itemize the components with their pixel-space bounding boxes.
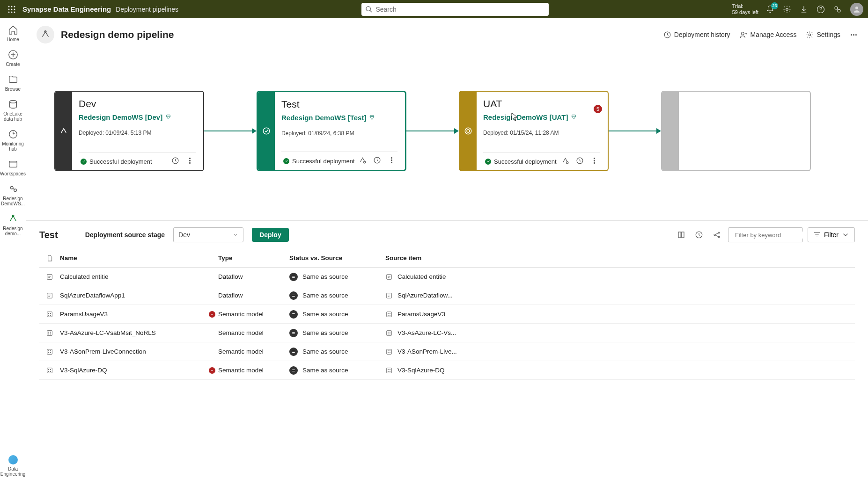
detail-panel-header: Test Deployment source stage Dev Deploy … <box>26 221 868 249</box>
svg-point-1 <box>11 6 13 7</box>
stage-card-dev[interactable]: Dev Redesign DemoWS [Dev] Deployed: 01/0… <box>54 91 204 171</box>
svg-point-65 <box>388 313 388 313</box>
table-row[interactable]: SqlAzureDataflowApp1Dataflow=Same as sou… <box>39 286 855 305</box>
account-avatar[interactable] <box>850 3 863 16</box>
svg-point-20 <box>10 187 13 189</box>
col-type[interactable]: Type <box>218 254 289 261</box>
stage-card-uat[interactable]: UAT 5 Redesign DemoWS [UAT] Deployed: 01… <box>459 91 609 171</box>
nav-home[interactable]: Home <box>1 22 25 47</box>
table-row[interactable]: V3-AsAzure-LC-VsabMsit_NoRLSSemantic mod… <box>39 324 855 342</box>
svg-point-75 <box>388 332 388 332</box>
svg-point-37 <box>391 157 392 158</box>
nav-create[interactable]: Create <box>1 47 25 72</box>
top-icon-group: 23 <box>766 3 863 16</box>
nav-data-engineering[interactable]: Data Engineering <box>1 452 25 481</box>
equal-icon: = <box>289 310 298 319</box>
stage-history-icon[interactable] <box>171 157 179 166</box>
svg-point-33 <box>189 162 190 163</box>
svg-point-17 <box>9 101 16 103</box>
svg-point-61 <box>50 313 51 313</box>
svg-point-13 <box>835 7 838 9</box>
filter-button[interactable]: Filter <box>808 227 855 242</box>
svg-rect-94 <box>387 368 392 373</box>
deploy-button[interactable]: Deploy <box>252 228 289 242</box>
nav-onelake[interactable]: OneLake data hub <box>1 96 25 126</box>
nav-ws-redesign-demows[interactable]: Redesign DemoWS... <box>1 181 25 211</box>
item-status: =Same as source <box>289 273 385 281</box>
stage-more-icon[interactable] <box>186 157 194 166</box>
stage-card-next[interactable] <box>661 91 811 171</box>
svg-rect-84 <box>387 349 392 354</box>
feedback-icon[interactable] <box>833 5 842 14</box>
svg-point-90 <box>48 369 49 370</box>
svg-point-25 <box>741 32 744 35</box>
stage-more-icon[interactable] <box>388 156 396 166</box>
table-row[interactable]: V3-SqlAzure-DQSemantic model=Same as sou… <box>39 361 855 380</box>
search-input[interactable] <box>375 6 545 13</box>
stage-arrow <box>609 131 661 131</box>
more-icon[interactable] <box>850 31 858 39</box>
equal-icon: = <box>289 291 298 300</box>
stage-rules-icon[interactable] <box>359 156 367 166</box>
diamond-icon <box>369 115 375 121</box>
stage-workspace-link[interactable]: Redesign DemoWS [Test] <box>281 114 397 122</box>
notifications-icon[interactable]: 23 <box>766 5 774 14</box>
manage-access-button[interactable]: Manage Access <box>740 31 797 39</box>
top-bar: Synapse Data Engineering Deployment pipe… <box>0 0 868 18</box>
download-icon[interactable] <box>800 5 808 14</box>
stage-name: Dev <box>79 98 196 109</box>
svg-point-67 <box>388 315 388 315</box>
item-type-icon <box>39 292 60 299</box>
stage-status: Successful deployment <box>494 158 557 165</box>
svg-point-68 <box>390 315 390 315</box>
brand-subtitle[interactable]: Deployment pipelines <box>116 6 178 13</box>
app-launcher-icon[interactable] <box>5 2 19 16</box>
stage-card-test[interactable]: Test Redesign DemoWS [Test] Deployed: 01… <box>257 91 406 171</box>
trial-info: Trial: 59 days left <box>732 3 758 15</box>
stage-rules-icon[interactable] <box>561 157 569 166</box>
svg-point-81 <box>50 350 51 351</box>
source-stage-select[interactable]: Dev <box>173 227 243 242</box>
help-icon[interactable] <box>817 5 825 14</box>
svg-rect-19 <box>9 161 17 167</box>
item-source: V3-AsAzure-LC-Vs... <box>385 329 855 337</box>
col-name[interactable]: Name <box>60 254 212 261</box>
svg-point-96 <box>390 369 390 370</box>
search-box[interactable] <box>361 3 549 16</box>
table-row[interactable]: Calculated entitieDataflow=Same as sourc… <box>39 268 855 286</box>
stage-history-icon[interactable] <box>576 157 584 166</box>
stage-workspace-link[interactable]: Redesign DemoWS [UAT] <box>483 113 600 121</box>
item-type-icon <box>39 273 60 281</box>
nav-workspaces[interactable]: Workspaces <box>1 156 25 181</box>
settings-gear-icon[interactable] <box>783 5 791 14</box>
nav-monitor[interactable]: Monitoring hub <box>1 126 25 156</box>
stage-more-icon[interactable] <box>590 157 598 166</box>
col-source[interactable]: Source item <box>385 254 855 261</box>
stage-arrow <box>406 131 459 131</box>
deployment-history-button[interactable]: Deployment history <box>663 31 730 39</box>
stages-row: Dev Redesign DemoWS [Dev] Deployed: 01/0… <box>26 89 868 173</box>
stage-workspace-link[interactable]: Redesign DemoWS [Dev] <box>79 113 196 121</box>
stage-status: Successful deployment <box>292 158 355 165</box>
settings-button[interactable]: Settings <box>806 31 840 39</box>
share-icon[interactable] <box>710 228 723 241</box>
svg-point-93 <box>50 371 51 371</box>
svg-point-0 <box>8 6 10 7</box>
col-status[interactable]: Status vs. Source <box>289 254 385 261</box>
filter-input[interactable] <box>728 227 803 242</box>
svg-point-98 <box>390 371 390 371</box>
filter-text[interactable] <box>735 232 814 239</box>
item-status: =Same as source <box>289 291 385 300</box>
nav-browse[interactable]: Browse <box>1 72 25 96</box>
view-toggle-icon[interactable] <box>675 228 688 241</box>
col-icon <box>39 254 60 262</box>
source-stage-label: Deployment source stage <box>85 231 165 239</box>
refresh-icon[interactable] <box>692 228 706 241</box>
nav-redesign-demo-pipeline[interactable]: Redesign demo... <box>1 211 25 241</box>
stage-history-icon[interactable] <box>373 156 381 166</box>
svg-point-97 <box>388 371 388 371</box>
table-row[interactable]: ParamsUsageV3Semantic model=Same as sour… <box>39 305 855 324</box>
table-row[interactable]: V3-ASonPrem-LiveConnectionSemantic model… <box>39 342 855 361</box>
stage-deployed-at: Deployed: 01/09/24, 6:38 PM <box>281 130 397 137</box>
svg-point-72 <box>48 334 49 334</box>
